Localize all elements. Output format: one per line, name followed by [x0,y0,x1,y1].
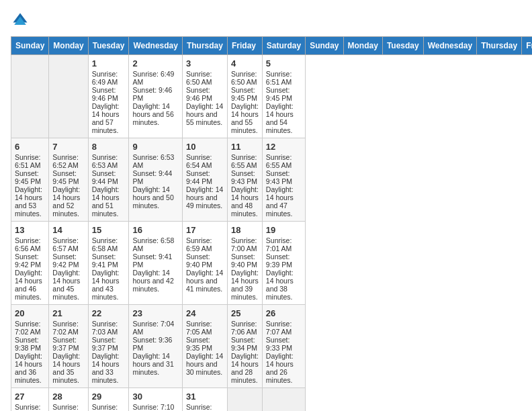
sunset-text: Sunset: 9:38 PM [15,336,45,352]
logo-icon [11,11,30,30]
calendar-table: SundayMondayTuesdayWednesdayThursdayFrid… [11,36,532,411]
sunrise-text: Sunrise: 7:03 AM [92,320,126,336]
sunrise-text: Sunrise: 7:06 AM [231,320,259,336]
sunrise-text: Sunrise: 6:58 AM [92,236,126,253]
sunset-text: Sunset: 9:41 PM [92,253,126,269]
daylight-text: Daylight: 14 hours and 51 minutes. [92,185,126,218]
sunrise-text: Sunrise: 7:09 AM [92,403,126,411]
daylight-text: Daylight: 14 hours and 53 minutes. [15,185,45,218]
calendar-cell: 5Sunrise: 6:51 AMSunset: 9:45 PMDaylight… [262,55,305,138]
header-tuesday: Tuesday [88,37,129,55]
calendar-cell: 14Sunrise: 6:57 AMSunset: 9:42 PMDayligh… [49,222,88,305]
sunset-text: Sunset: 9:36 PM [132,336,178,352]
day-number: 29 [92,392,126,402]
sunset-text: Sunset: 9:43 PM [266,169,302,185]
day-number: 30 [132,392,178,402]
sunset-text: Sunset: 9:46 PM [186,86,224,102]
day-number: 28 [52,392,84,402]
col-header-monday: Monday [343,37,382,55]
daylight-text: Daylight: 14 hours and 42 minutes. [132,269,178,293]
sunset-text: Sunset: 9:45 PM [15,169,45,185]
daylight-text: Daylight: 14 hours and 28 minutes. [231,352,259,384]
daylight-text: Daylight: 14 hours and 54 minutes. [266,102,302,134]
sunset-text: Sunset: 9:41 PM [132,253,178,269]
daylight-text: Daylight: 14 hours and 33 minutes. [92,352,126,384]
calendar-cell: 31Sunrise: 7:11 AMSunset: 9:29 PMDayligh… [182,388,227,412]
calendar-cell [262,388,305,412]
calendar-cell: 13Sunrise: 6:56 AMSunset: 9:42 PMDayligh… [11,222,49,305]
sunset-text: Sunset: 9:42 PM [15,253,45,269]
calendar-cell: 22Sunrise: 7:03 AMSunset: 9:37 PMDayligh… [88,305,129,388]
day-number: 4 [231,58,259,68]
header-sunday: Sunday [11,37,49,55]
sunrise-text: Sunrise: 6:57 AM [52,236,84,253]
sunset-text: Sunset: 9:44 PM [186,169,224,185]
sunrise-text: Sunrise: 7:07 AM [266,320,302,336]
header-monday: Monday [49,37,88,55]
day-number: 18 [231,225,259,235]
day-number: 23 [132,308,178,318]
daylight-text: Daylight: 14 hours and 46 minutes. [15,269,45,301]
calendar-cell: 21Sunrise: 7:02 AMSunset: 9:37 PMDayligh… [49,305,88,388]
daylight-text: Daylight: 14 hours and 43 minutes. [92,269,126,301]
calendar-cell: 28Sunrise: 7:08 AMSunset: 9:32 PMDayligh… [49,388,88,412]
day-number: 20 [15,308,45,318]
sunset-text: Sunset: 9:37 PM [52,336,84,352]
calendar-week-row: 27Sunrise: 7:08 AMSunset: 9:32 PMDayligh… [11,388,533,412]
daylight-text: Daylight: 14 hours and 36 minutes. [15,352,45,384]
sunset-text: Sunset: 9:45 PM [266,86,302,102]
daylight-text: Daylight: 14 hours and 45 minutes. [52,269,84,301]
col-header-wednesday: Wednesday [423,37,476,55]
day-number: 19 [266,225,302,235]
calendar-header-row: SundayMondayTuesdayWednesdayThursdayFrid… [11,37,533,55]
sunrise-text: Sunrise: 6:49 AM [92,70,126,86]
sunrise-text: Sunrise: 6:53 AM [92,153,126,169]
daylight-text: Daylight: 14 hours and 39 minutes. [231,269,259,301]
col-header-thursday: Thursday [477,37,522,55]
sunset-text: Sunset: 9:45 PM [231,86,259,102]
sunset-text: Sunset: 9:34 PM [231,336,259,352]
day-number: 14 [52,225,84,235]
day-number: 5 [266,58,302,68]
sunset-text: Sunset: 9:40 PM [231,253,259,269]
sunrise-text: Sunrise: 7:05 AM [186,320,224,336]
sunrise-text: Sunrise: 6:50 AM [231,70,259,86]
sunrise-text: Sunrise: 6:59 AM [186,236,224,253]
day-number: 15 [92,225,126,235]
daylight-text: Daylight: 14 hours and 56 minutes. [132,102,178,126]
day-number: 7 [52,142,84,152]
calendar-cell: 17Sunrise: 6:59 AMSunset: 9:40 PMDayligh… [182,222,227,305]
daylight-text: Daylight: 14 hours and 55 minutes. [231,102,259,134]
calendar-cell [11,55,49,138]
daylight-text: Daylight: 14 hours and 57 minutes. [92,102,126,134]
sunset-text: Sunset: 9:44 PM [132,169,178,185]
calendar-cell: 23Sunrise: 7:04 AMSunset: 9:36 PMDayligh… [129,305,182,388]
calendar-cell: 20Sunrise: 7:02 AMSunset: 9:38 PMDayligh… [11,305,49,388]
sunrise-text: Sunrise: 6:58 AM [132,236,178,253]
sunset-text: Sunset: 9:43 PM [231,169,259,185]
calendar-cell: 26Sunrise: 7:07 AMSunset: 9:33 PMDayligh… [262,305,305,388]
day-number: 3 [186,58,224,68]
day-number: 26 [266,308,302,318]
calendar-week-row: 13Sunrise: 6:56 AMSunset: 9:42 PMDayligh… [11,222,533,305]
calendar-cell [49,55,88,138]
sunset-text: Sunset: 9:33 PM [266,336,302,352]
sunrise-text: Sunrise: 6:50 AM [186,70,224,86]
sunset-text: Sunset: 9:40 PM [186,253,224,269]
day-number: 12 [266,142,302,152]
day-number: 8 [92,142,126,152]
daylight-text: Daylight: 14 hours and 50 minutes. [132,185,178,210]
sunset-text: Sunset: 9:44 PM [92,169,126,185]
daylight-text: Daylight: 14 hours and 35 minutes. [52,352,84,384]
sunrise-text: Sunrise: 6:51 AM [266,70,302,86]
sunrise-text: Sunrise: 6:52 AM [52,153,84,169]
day-number: 27 [15,392,45,402]
calendar-cell [227,388,262,412]
daylight-text: Daylight: 14 hours and 55 minutes. [186,102,224,126]
day-number: 24 [186,308,224,318]
day-number: 2 [132,58,178,68]
sunrise-text: Sunrise: 6:56 AM [15,236,45,253]
sunrise-text: Sunrise: 7:11 AM [186,403,224,411]
daylight-text: Daylight: 14 hours and 41 minutes. [186,269,224,293]
sunset-text: Sunset: 9:39 PM [266,253,302,269]
